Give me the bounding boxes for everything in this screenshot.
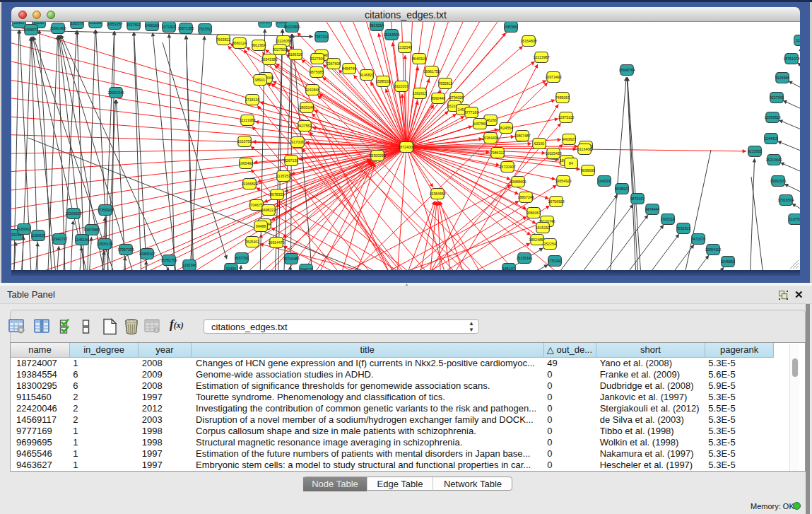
svg-text:8660124: 8660124 <box>233 41 247 45</box>
svg-text:16033809: 16033809 <box>283 25 300 29</box>
svg-text:8912954: 8912954 <box>252 43 266 47</box>
svg-text:6322037: 6322037 <box>394 84 408 88</box>
svg-text:9794028: 9794028 <box>449 95 464 100</box>
svg-text:16782759: 16782759 <box>160 258 177 262</box>
svg-text:20364436: 20364436 <box>482 136 498 140</box>
svg-text:1753342: 1753342 <box>548 259 562 263</box>
svg-text:7663822: 7663822 <box>216 37 230 42</box>
svg-text:10025433: 10025433 <box>545 151 561 156</box>
svg-text:6498222: 6498222 <box>261 208 276 212</box>
svg-text:1527602: 1527602 <box>126 23 141 27</box>
svg-text:8813054: 8813054 <box>370 23 384 28</box>
svg-text:18524851: 18524851 <box>529 238 545 242</box>
svg-text:90975867: 90975867 <box>83 228 100 232</box>
svg-text:9657791: 9657791 <box>235 256 249 260</box>
svg-text:20206536: 20206536 <box>65 211 81 216</box>
svg-text:1362615: 1362615 <box>413 91 427 95</box>
svg-text:10807487: 10807487 <box>514 134 530 138</box>
svg-text:8471676: 8471676 <box>691 237 705 241</box>
svg-text:9463627: 9463627 <box>562 137 576 141</box>
svg-text:9699695: 9699695 <box>581 168 595 173</box>
svg-text:12213987: 12213987 <box>533 55 549 59</box>
svg-text:9327503: 9327503 <box>273 47 287 52</box>
svg-text:20053346: 20053346 <box>107 90 124 95</box>
svg-text:1145194: 1145194 <box>75 238 89 242</box>
svg-text:13226058: 13226058 <box>275 39 291 43</box>
svg-text:10973493: 10973493 <box>545 75 561 79</box>
svg-text:17957255: 17957255 <box>117 247 134 252</box>
svg-text:1132549: 1132549 <box>398 45 412 49</box>
svg-text:1010755: 1010755 <box>237 139 252 144</box>
svg-text:17359924: 17359924 <box>97 208 113 212</box>
svg-text:6497568: 6497568 <box>473 122 487 126</box>
svg-text:1405572: 1405572 <box>24 28 38 32</box>
svg-text:9129966: 9129966 <box>775 76 789 80</box>
svg-text:9113468: 9113468 <box>577 147 592 151</box>
svg-text:164093: 164093 <box>598 179 610 183</box>
svg-text:10653257: 10653257 <box>106 22 122 26</box>
svg-text:8640910: 8640910 <box>412 57 426 61</box>
svg-text:1588520: 1588520 <box>376 79 390 83</box>
svg-text:19756928: 19756928 <box>548 199 564 204</box>
svg-text:7986322: 7986322 <box>490 151 505 155</box>
svg-text:19384554: 19384554 <box>429 192 445 196</box>
svg-text:1071915: 1071915 <box>162 25 176 29</box>
svg-text:9146821: 9146821 <box>360 73 374 77</box>
svg-text:10958107: 10958107 <box>139 252 155 256</box>
svg-text:99488: 99488 <box>256 224 266 228</box>
svg-text:116753: 116753 <box>789 217 800 221</box>
svg-text:252254: 252254 <box>543 242 555 246</box>
svg-text:16648764: 16648764 <box>618 68 635 72</box>
svg-text:12093823: 12093823 <box>764 115 780 119</box>
svg-text:62160: 62160 <box>534 141 545 146</box>
svg-text:2087682: 2087682 <box>504 25 518 29</box>
svg-text:15136141: 15136141 <box>516 256 532 260</box>
svg-text:15720407: 15720407 <box>499 165 515 169</box>
svg-text:12942737: 12942737 <box>51 237 67 241</box>
svg-text:1965492: 1965492 <box>239 161 253 165</box>
svg-text:15716485: 15716485 <box>283 257 299 261</box>
svg-text:1156829: 1156829 <box>31 233 45 238</box>
svg-text:535061: 535061 <box>18 227 30 231</box>
svg-text:1292346: 1292346 <box>182 263 196 267</box>
svg-text:2367608: 2367608 <box>326 62 341 66</box>
svg-text:7485063: 7485063 <box>555 95 570 100</box>
svg-text:12213383: 12213383 <box>239 118 255 122</box>
svg-text:20691406: 20691406 <box>49 26 66 30</box>
svg-text:15692971: 15692971 <box>770 179 786 183</box>
svg-text:9227342: 9227342 <box>770 95 784 100</box>
svg-text:2935114: 2935114 <box>661 217 675 221</box>
svg-text:12975115: 12975115 <box>558 115 575 119</box>
svg-text:9327506: 9327506 <box>310 57 324 61</box>
svg-text:9242848: 9242848 <box>305 88 319 92</box>
svg-text:917006: 917006 <box>291 140 303 144</box>
svg-text:8427552: 8427552 <box>298 124 312 128</box>
svg-text:16154808: 16154808 <box>520 39 536 43</box>
svg-text:16543382: 16543382 <box>261 57 277 62</box>
svg-text:16961758: 16961758 <box>423 69 440 74</box>
svg-text:7625402: 7625402 <box>245 240 259 244</box>
svg-text:10688609: 10688609 <box>510 180 526 184</box>
svg-text:7357224: 7357224 <box>314 35 329 39</box>
svg-text:8454749: 8454749 <box>342 66 356 71</box>
svg-text:8938923: 8938923 <box>615 187 629 191</box>
svg-text:3875685: 3875685 <box>310 70 324 74</box>
svg-text:25300293: 25300293 <box>369 153 385 158</box>
svg-text:9245652: 9245652 <box>721 259 735 264</box>
svg-text:751552: 751552 <box>199 27 211 31</box>
svg-text:8215955: 8215955 <box>748 149 762 153</box>
svg-text:9474444: 9474444 <box>645 207 659 211</box>
svg-text:7632621: 7632621 <box>676 226 690 230</box>
svg-text:1615152: 1615152 <box>536 226 550 230</box>
svg-text:7955812: 7955812 <box>438 81 452 86</box>
svg-text:19166829: 19166829 <box>241 182 257 186</box>
svg-text:3624554: 3624554 <box>499 126 513 130</box>
svg-text:9084067: 9084067 <box>526 211 541 215</box>
svg-text:15751074: 15751074 <box>783 57 799 61</box>
svg-text:2803144: 2803144 <box>300 105 314 110</box>
svg-text:16914479: 16914479 <box>268 240 284 245</box>
svg-text:8267130: 8267130 <box>284 158 298 163</box>
svg-text:8990448: 8990448 <box>431 96 445 100</box>
svg-text:6466160: 6466160 <box>145 23 159 28</box>
svg-text:12505135: 12505135 <box>96 242 112 246</box>
